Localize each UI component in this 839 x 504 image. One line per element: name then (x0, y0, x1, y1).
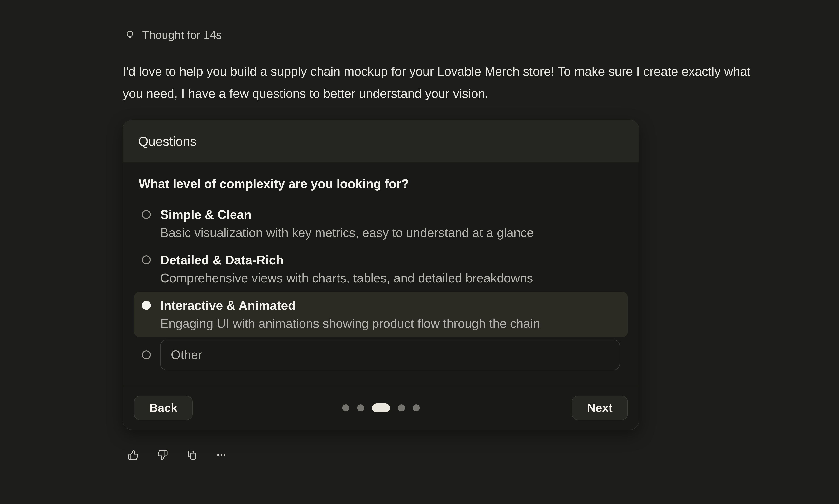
thumbs-down-button[interactable] (157, 450, 168, 461)
message-actions (128, 450, 839, 461)
assistant-message: I'd love to help you build a supply chai… (123, 60, 751, 105)
card-body: What level of complexity are you looking… (123, 162, 639, 386)
option-description: Comprehensive views with charts, tables,… (160, 269, 533, 287)
progress-dot (342, 404, 349, 411)
next-button[interactable]: Next (572, 396, 628, 420)
other-input[interactable] (160, 340, 620, 370)
option-title: Simple & Clean (160, 206, 534, 224)
radio-selected-icon[interactable] (142, 301, 151, 310)
option-interactive-animated[interactable]: Interactive & Animated Engaging UI with … (134, 292, 628, 337)
thought-toggle[interactable]: Thought for 14s (125, 28, 222, 41)
more-options-icon (216, 450, 227, 461)
progress-dot (413, 404, 420, 411)
card-footer: Back Next (123, 386, 639, 430)
option-title: Interactive & Animated (160, 296, 540, 314)
option-description: Basic visualization with key metrics, ea… (160, 224, 534, 242)
option-simple-clean[interactable]: Simple & Clean Basic visualization with … (134, 201, 628, 247)
option-detailed-data-rich[interactable]: Detailed & Data-Rich Comprehensive views… (134, 247, 628, 292)
progress-dot-active (372, 403, 390, 412)
lightbulb-icon (125, 30, 135, 40)
radio-unselected-icon[interactable] (142, 350, 151, 359)
thumbs-up-button[interactable] (128, 450, 139, 461)
question-text: What level of complexity are you looking… (139, 175, 628, 193)
thumbs-up-icon (128, 450, 139, 461)
more-options-button[interactable] (216, 450, 227, 461)
back-button[interactable]: Back (134, 396, 193, 420)
progress-dot (357, 404, 364, 411)
copy-icon (187, 450, 197, 461)
options-list: Simple & Clean Basic visualization with … (134, 201, 628, 370)
copy-button[interactable] (187, 450, 197, 461)
option-title: Detailed & Data-Rich (160, 251, 533, 269)
progress-dot (398, 404, 405, 411)
radio-unselected-icon[interactable] (142, 255, 151, 265)
radio-unselected-icon[interactable] (142, 210, 151, 219)
progress-dots (342, 403, 420, 412)
card-title: Questions (138, 134, 196, 149)
thumbs-down-icon (157, 450, 168, 461)
option-other[interactable] (134, 337, 628, 370)
thought-label: Thought for 14s (142, 28, 222, 41)
questions-card: Questions What level of complexity are y… (123, 120, 639, 430)
card-header: Questions (123, 120, 639, 162)
option-description: Engaging UI with animations showing prod… (160, 314, 540, 332)
